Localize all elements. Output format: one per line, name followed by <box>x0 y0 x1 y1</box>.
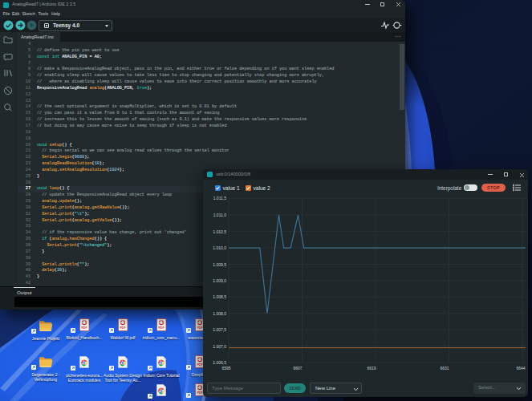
svg-text:1.007,0: 1.007,0 <box>213 344 226 349</box>
svg-text:6595: 6595 <box>221 366 230 371</box>
svg-text:6607: 6607 <box>293 366 302 371</box>
svg-text:1.011,0: 1.011,0 <box>213 213 227 217</box>
svg-text:1.008,5: 1.008,5 <box>213 294 226 299</box>
svg-text:1.007,5: 1.007,5 <box>213 327 226 332</box>
svg-text:1.009,0: 1.009,0 <box>213 278 226 283</box>
svg-text:1.006,5: 1.006,5 <box>213 360 226 365</box>
svg-text:1.010,0: 1.010,0 <box>213 245 226 250</box>
svg-text:1.011,5: 1.011,5 <box>213 196 227 200</box>
svg-text:1.008,0: 1.008,0 <box>213 311 226 316</box>
svg-text:1.009,5: 1.009,5 <box>213 262 226 267</box>
svg-text:6644: 6644 <box>516 366 525 371</box>
svg-text:1.010,5: 1.010,5 <box>213 229 226 234</box>
svg-text:6619: 6619 <box>367 366 376 371</box>
svg-text:6631: 6631 <box>440 366 449 371</box>
